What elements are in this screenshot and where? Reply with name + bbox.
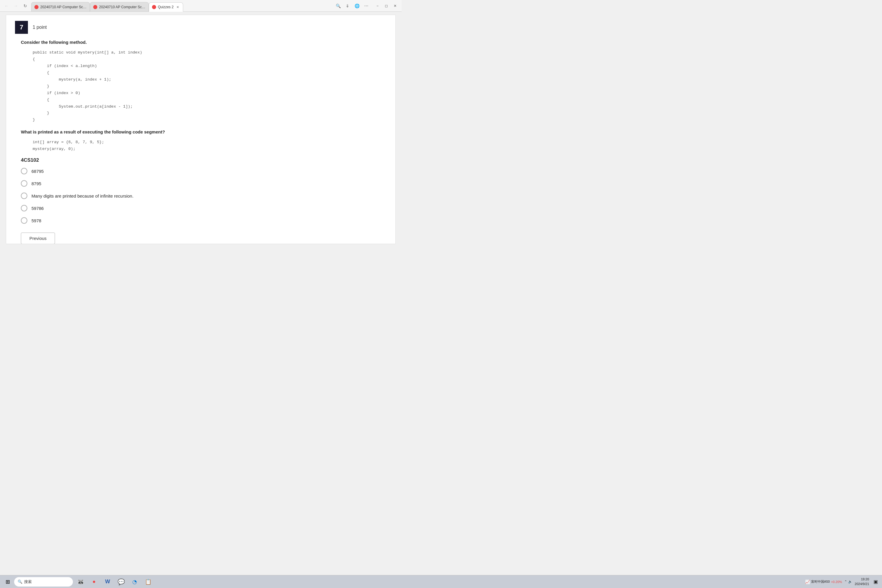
question-header: 7 1 point (15, 21, 387, 34)
radio-b[interactable] (21, 180, 27, 187)
code-segment: int[] array = {6, 8, 7, 9, 5}; mystery(a… (33, 139, 381, 153)
back-button[interactable]: ← (2, 2, 10, 10)
tab-1[interactable]: 20240710 AP Computer Science (31, 2, 90, 12)
forward-button[interactable]: → (12, 2, 20, 10)
minimize-button[interactable]: − (374, 2, 382, 10)
tab-1-favicon (34, 5, 39, 9)
option-d[interactable]: 59786 (21, 205, 381, 212)
globe-button[interactable]: 🌐 (353, 2, 361, 10)
close-button[interactable]: ✕ (391, 2, 399, 10)
radio-c[interactable] (21, 193, 27, 199)
window-controls: − ◻ ✕ (374, 2, 399, 10)
tab-3-favicon (152, 5, 156, 9)
option-c[interactable]: Many digits are printed because of infin… (21, 193, 381, 199)
option-a[interactable]: 68795 (21, 168, 381, 174)
tab-1-label: 20240710 AP Computer Science (40, 5, 87, 9)
refresh-button[interactable]: ↻ (21, 2, 29, 10)
download-button[interactable]: ⇓ (344, 2, 352, 10)
question-body: Consider the following method. public st… (15, 40, 387, 244)
browser-chrome: ← → ↻ 20240710 AP Computer Science 20240… (0, 0, 402, 12)
option-e[interactable]: 5978 (21, 217, 381, 224)
class-tag: 4CS102 (21, 157, 381, 163)
option-e-label: 5978 (32, 218, 41, 223)
radio-a[interactable] (21, 168, 27, 174)
nav-section: Previous (21, 232, 381, 244)
restore-button[interactable]: ◻ (382, 2, 390, 10)
radio-d[interactable] (21, 205, 27, 212)
tab-3[interactable]: Quizzes 2 ✕ (149, 2, 183, 12)
option-b-label: 8795 (32, 181, 41, 186)
more-button[interactable]: ⋯ (362, 2, 370, 10)
code-block: public static void mystery(int[] a, int … (33, 50, 381, 123)
option-c-label: Many digits are printed because of infin… (32, 194, 134, 198)
tabs-container: 20240710 AP Computer Science 20240710 AP… (31, 0, 330, 12)
tab-2-label: 20240710 AP Computer Science (99, 5, 146, 9)
option-a-label: 68795 (32, 169, 44, 174)
question-prompt: Consider the following method. (21, 40, 381, 45)
question-number-badge: 7 (15, 21, 28, 34)
option-d-label: 59786 (32, 206, 44, 211)
question-text: What is printed as a result of executing… (21, 129, 381, 134)
page-area: 7 1 point Consider the following method.… (6, 15, 396, 244)
option-b[interactable]: 8795 (21, 180, 381, 187)
search-button[interactable]: 🔍 (334, 2, 342, 10)
tab-2[interactable]: 20240710 AP Computer Science (90, 2, 149, 12)
tab-3-label: Quizzes 2 (158, 5, 174, 9)
nav-buttons: ← → ↻ (2, 2, 29, 10)
tab-2-favicon (93, 5, 98, 9)
question-points: 1 point (33, 25, 47, 30)
options-list: 68795 8795 Many digits are printed becau… (21, 168, 381, 224)
radio-e[interactable] (21, 217, 27, 224)
tab-3-close[interactable]: ✕ (175, 5, 180, 9)
previous-button[interactable]: Previous (21, 232, 55, 244)
browser-actions: 🔍 ⇓ 🌐 ⋯ (334, 2, 370, 10)
